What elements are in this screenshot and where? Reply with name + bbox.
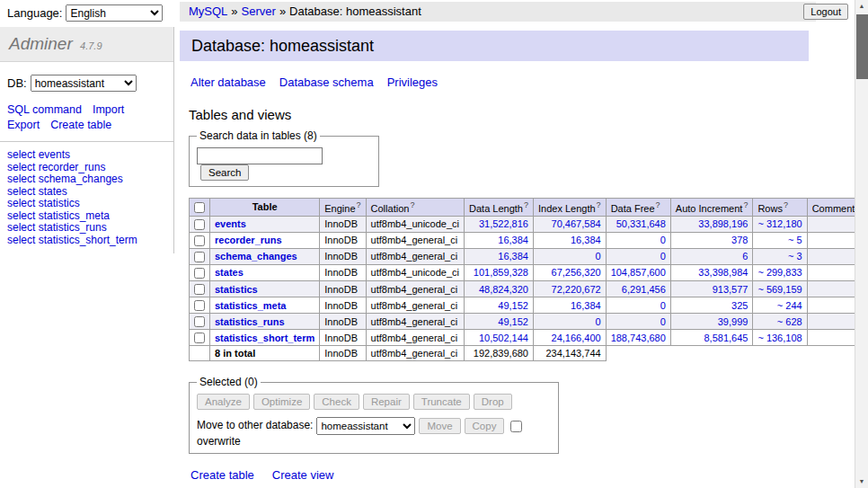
db-nav-link[interactable]: Alter database (190, 75, 266, 89)
index-length-link[interactable]: 0 (596, 316, 601, 327)
index-length-link[interactable]: 0 (596, 251, 601, 262)
rows-link[interactable]: ~ 5 (788, 235, 802, 245)
breadcrumb-link[interactable]: MySQL (189, 4, 227, 18)
row-checkbox[interactable] (194, 300, 205, 311)
row-checkbox[interactable] (194, 219, 205, 230)
table-link[interactable]: statistics_meta (215, 300, 287, 311)
row-checkbox[interactable] (194, 268, 205, 279)
index-length-link[interactable]: 16,384 (571, 300, 601, 311)
auto-increment-link[interactable]: 39,999 (718, 316, 748, 327)
column-help-link[interactable]: ? (743, 200, 748, 209)
sidebar-action-link[interactable]: SQL command (7, 103, 82, 116)
auto-increment-link[interactable]: 378 (731, 235, 748, 245)
table-link[interactable]: events (215, 218, 246, 229)
language-select[interactable]: English (66, 4, 163, 22)
data-length-link[interactable]: 49,152 (498, 316, 528, 327)
overwrite-checkbox[interactable] (510, 421, 522, 432)
auto-increment-link[interactable]: 8,581,645 (704, 333, 748, 343)
sidebar-table-link[interactable]: select statistics_short_term (7, 235, 173, 247)
column-help-link[interactable]: ? (597, 200, 601, 209)
search-button[interactable]: Search (200, 164, 249, 181)
data-length-link[interactable]: 16,384 (498, 251, 528, 262)
db-nav-link[interactable]: Privileges (387, 75, 438, 89)
sidebar-table-link[interactable]: select schema_changes (7, 173, 173, 186)
row-checkbox[interactable] (194, 252, 205, 262)
scrollbar[interactable]: ▲ ▼ (855, 0, 868, 488)
rows-link[interactable]: ~ 569,159 (757, 284, 802, 295)
data-free-link[interactable]: 188,743,680 (611, 333, 666, 343)
data-length-link[interactable]: 10,502,144 (479, 333, 528, 343)
bulk-action-button[interactable]: Optimize (253, 394, 310, 410)
index-length-link[interactable]: 16,384 (571, 235, 601, 245)
table-link[interactable]: statistics (215, 284, 258, 295)
logout-button[interactable]: Logout (803, 4, 848, 20)
rows-link[interactable]: ~ 244 (777, 300, 802, 311)
data-free-link[interactable]: 0 (660, 251, 666, 262)
bulk-action-button[interactable]: Repair (363, 394, 410, 410)
move-button[interactable]: Move (419, 418, 460, 434)
rows-link[interactable]: ~ 312,180 (757, 218, 802, 229)
auto-increment-link[interactable]: 325 (731, 300, 748, 311)
column-help-link[interactable]: ? (524, 200, 528, 209)
bulk-action-button[interactable]: Check (314, 394, 359, 410)
bulk-action-button[interactable]: Truncate (413, 394, 470, 410)
data-length-link[interactable]: 48,824,320 (479, 284, 528, 295)
column-help-link[interactable]: ? (784, 200, 788, 209)
db-select[interactable]: homeassistant (31, 75, 137, 92)
copy-button[interactable]: Copy (465, 418, 505, 434)
data-length-link[interactable]: 31,522,816 (479, 218, 528, 229)
index-length-link[interactable]: 24,166,400 (552, 333, 601, 343)
breadcrumb-link[interactable]: Server (242, 4, 276, 18)
sidebar-table-link[interactable]: select statistics_runs (7, 222, 173, 235)
bulk-action-button[interactable]: Drop (474, 394, 512, 410)
table-link[interactable]: recorder_runs (215, 235, 282, 245)
sidebar-table-link[interactable]: select events (7, 149, 173, 162)
scroll-up-icon[interactable]: ▲ (855, 0, 868, 13)
index-length-link[interactable]: 70,467,584 (552, 218, 601, 229)
move-db-select[interactable]: homeassistant (316, 417, 415, 435)
create-link[interactable]: Create table (190, 468, 254, 482)
sidebar-action-link[interactable]: Import (93, 103, 124, 116)
column-help-link[interactable]: ? (410, 200, 414, 209)
search-input[interactable] (197, 147, 323, 164)
rows-link[interactable]: ~ 3 (788, 251, 802, 262)
bulk-action-button[interactable]: Analyze (197, 394, 250, 410)
index-length-link[interactable]: 67,256,320 (552, 267, 601, 278)
rows-link[interactable]: ~ 136,108 (757, 333, 802, 343)
row-checkbox[interactable] (194, 284, 205, 295)
data-free-link[interactable]: 0 (660, 316, 666, 327)
rows-link[interactable]: ~ 299,833 (757, 267, 802, 278)
scrollbar-thumb[interactable] (856, 14, 868, 79)
auto-increment-link[interactable]: 33,898,196 (698, 218, 748, 229)
data-free-link[interactable]: 104,857,600 (611, 267, 666, 278)
row-checkbox[interactable] (194, 235, 205, 246)
row-checkbox[interactable] (194, 333, 205, 343)
data-free-link[interactable]: 0 (660, 235, 666, 245)
sidebar-table-link[interactable]: select statistics (7, 198, 173, 210)
table-link[interactable]: statistics_runs (215, 316, 285, 327)
data-length-link[interactable]: 49,152 (498, 300, 528, 311)
index-length-link[interactable]: 72,220,672 (552, 284, 601, 295)
column-help-link[interactable]: ? (357, 200, 361, 209)
data-length-link[interactable]: 16,384 (498, 235, 528, 245)
sidebar-table-link[interactable]: select statistics_meta (7, 210, 173, 223)
data-length-link[interactable]: 101,859,328 (474, 267, 528, 278)
select-all-checkbox[interactable] (194, 202, 205, 213)
scroll-down-icon[interactable]: ▼ (855, 475, 868, 488)
sidebar-action-link[interactable]: Create table (50, 119, 111, 131)
data-free-link[interactable]: 50,331,648 (616, 218, 666, 229)
auto-increment-link[interactable]: 6 (742, 251, 748, 262)
sidebar-table-link[interactable]: select recorder_runs (7, 162, 173, 174)
db-nav-link[interactable]: Database schema (279, 75, 374, 89)
auto-increment-link[interactable]: 33,398,984 (698, 267, 748, 278)
table-link[interactable]: schema_changes (215, 251, 297, 262)
sidebar-action-link[interactable]: Export (7, 119, 40, 131)
sidebar-table-link[interactable]: select states (7, 186, 173, 199)
data-free-link[interactable]: 6,291,456 (622, 284, 666, 295)
column-help-link[interactable]: ? (656, 200, 660, 209)
data-free-link[interactable]: 0 (660, 300, 666, 311)
table-link[interactable]: statistics_short_term (215, 333, 314, 343)
auto-increment-link[interactable]: 913,577 (713, 284, 748, 295)
rows-link[interactable]: ~ 628 (777, 316, 802, 327)
table-link[interactable]: states (215, 267, 244, 278)
